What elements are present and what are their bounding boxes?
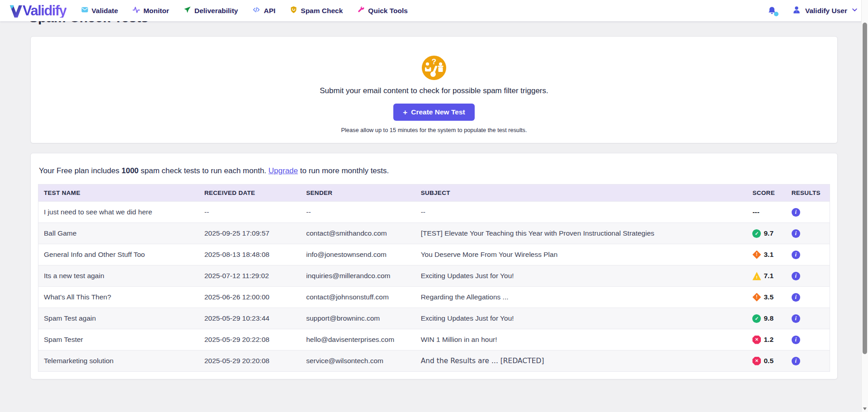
score-cell: ✕ 1.2 [747, 329, 786, 350]
alert-score-icon: ! [752, 293, 761, 302]
table-row: Telemarketing solution 2025-05-29 20:20:… [38, 350, 830, 372]
nav-label: Quick Tools [368, 7, 408, 15]
plan-prefix: Your Free plan includes [39, 166, 122, 175]
chevron-down-icon [851, 6, 858, 15]
spam-gauge-icon: ? [421, 55, 447, 81]
column-score: SCORE [747, 185, 786, 202]
received-date-cell: 2025-05-29 20:20:08 [199, 350, 301, 372]
notification-dot [774, 12, 778, 16]
info-icon[interactable]: i [792, 208, 800, 217]
alert-score-icon: ! [752, 251, 761, 259]
test-name-cell: What's All This Then? [38, 287, 199, 308]
test-name-cell: Telemarketing solution [38, 350, 199, 372]
logo-v-icon [10, 4, 22, 18]
info-icon[interactable]: i [792, 336, 800, 344]
info-icon[interactable]: i [792, 229, 800, 238]
score-value: 7.1 [764, 272, 774, 280]
results-cell: i [786, 287, 830, 308]
nav-label: Spam Check [301, 7, 343, 15]
info-icon[interactable]: i [792, 272, 800, 280]
results-cell: i [786, 308, 830, 329]
info-icon[interactable]: i [792, 357, 800, 365]
nav-label: Validate [92, 7, 118, 15]
subject-cell: Regarding the Allegations ... [415, 287, 747, 308]
table-row: Spam Tester 2025-05-29 20:22:08 hello@da… [38, 329, 830, 350]
shield-icon [290, 6, 297, 15]
score-cell: ✕ 0.5 [747, 350, 786, 372]
score-value: 3.1 [764, 251, 774, 259]
tests-card: Your Free plan includes 1000 spam check … [30, 153, 838, 379]
sender-cell: support@browninc.com [301, 308, 415, 329]
column-received-date: RECEIVED DATE [199, 185, 301, 202]
plan-quota: 1000 [122, 166, 139, 175]
subject-cell: Exciting Updates Just for You! [415, 265, 747, 287]
test-name-cell: Spam Test again [38, 308, 199, 329]
sender-cell: contact@johnsonstuff.com [301, 287, 415, 308]
nav-item-spam-check[interactable]: Spam Check [290, 6, 343, 15]
results-cell: i [786, 202, 830, 223]
intro-message: Submit your email content to check for p… [320, 86, 548, 95]
nav-label: API [264, 7, 275, 15]
score-value: 9.7 [764, 229, 774, 237]
test-name-cell: I just need to see what we did here [38, 202, 199, 223]
upgrade-link[interactable]: Upgrade [269, 166, 298, 175]
brand-logo[interactable]: Validify [10, 4, 66, 18]
create-new-test-button[interactable]: + Create New Test [393, 104, 474, 121]
envelope-icon [81, 6, 89, 15]
brand-name: Validify [23, 4, 66, 18]
subject-cell: You Deserve More From Your Wireless Plan [415, 244, 747, 265]
table-row: Spam Test again 2025-05-29 10:23:44 supp… [38, 308, 830, 329]
results-cell: i [786, 350, 830, 372]
nav-item-quick-tools[interactable]: Quick Tools [357, 6, 408, 15]
sender-cell: hello@davisenterprises.com [301, 329, 415, 350]
warning-score-icon: ! [752, 272, 761, 280]
wrench-icon [357, 6, 365, 15]
column-results: RESULTS [786, 185, 830, 202]
test-name-cell: Its a new test again [38, 265, 199, 287]
nav-item-validate[interactable]: Validate [81, 6, 118, 15]
score-cell: --- [747, 202, 786, 223]
nav-item-deliverability[interactable]: Deliverability [184, 6, 238, 15]
table-header-row: TEST NAME RECEIVED DATE SENDER SUBJECT S… [38, 185, 830, 202]
results-cell: i [786, 223, 830, 244]
nav-item-api[interactable]: API [252, 6, 275, 15]
scrollbar-thumb[interactable] [863, 23, 867, 354]
sender-cell: contact@smithandco.com [301, 223, 415, 244]
nav-item-monitor[interactable]: Monitor [132, 6, 169, 15]
success-score-icon: ✓ [752, 314, 761, 323]
score-value: 3.5 [764, 293, 774, 301]
nav-label: Monitor [143, 7, 169, 15]
received-date-cell: 2025-07-12 11:29:02 [199, 265, 301, 287]
user-icon [792, 5, 801, 16]
score-cell: ! 3.5 [747, 287, 786, 308]
test-name-cell: Ball Game [38, 223, 199, 244]
score-value: 9.8 [764, 314, 774, 322]
info-icon[interactable]: i [792, 314, 800, 323]
user-name: Validify User [805, 7, 847, 15]
table-row: Ball Game 2025-09-25 17:09:57 contact@sm… [38, 223, 830, 244]
user-menu[interactable]: Validify User [792, 5, 858, 16]
plan-middle: spam check tests to run each month. [139, 166, 269, 175]
table-row: Its a new test again 2025-07-12 11:29:02… [38, 265, 830, 287]
column-test-name: TEST NAME [38, 185, 199, 202]
notifications-button[interactable] [767, 6, 777, 15]
info-icon[interactable]: i [792, 251, 800, 259]
scrollbar[interactable] [861, 0, 868, 412]
spam-check-intro-card: ? Submit your email content to check for… [30, 36, 838, 143]
code-icon [252, 6, 260, 15]
spam-tests-table: TEST NAME RECEIVED DATE SENDER SUBJECT S… [38, 184, 830, 372]
success-score-icon: ✓ [752, 229, 761, 238]
info-icon[interactable]: i [792, 293, 800, 302]
top-navbar: Validify Validate Monitor Deliverability [0, 0, 868, 21]
received-date-cell: 2025-05-29 10:23:44 [199, 308, 301, 329]
score-cell: ✓ 9.8 [747, 308, 786, 329]
nav-label: Deliverability [194, 7, 238, 15]
sender-cell: inquiries@millerandco.com [301, 265, 415, 287]
subject-cell: Exciting Updates Just for You! [415, 308, 747, 329]
sender-cell: service@wilsontech.com [301, 350, 415, 372]
scrollbar-arrow-down-icon[interactable] [863, 407, 867, 410]
received-date-cell: 2025-08-13 18:48:08 [199, 244, 301, 265]
table-row: What's All This Then? 2025-06-26 12:00:0… [38, 287, 830, 308]
danger-score-icon: ✕ [752, 336, 761, 344]
paper-plane-icon [184, 6, 191, 15]
